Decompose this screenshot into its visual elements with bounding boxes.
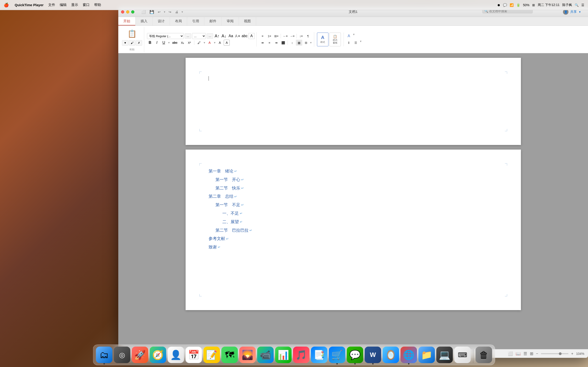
dock-word[interactable]: W (365, 347, 381, 363)
paste-dropdown[interactable]: ▼ (122, 40, 128, 46)
phonetics-btn[interactable]: abc (242, 33, 248, 39)
shading-btn[interactable]: ▦ (296, 40, 302, 46)
app-name[interactable]: QuickTime Player (12, 2, 46, 8)
font-name-select[interactable]: 等线 Regular (... (147, 33, 184, 39)
dock-notes[interactable]: 📝 (204, 347, 220, 363)
eraser-btn[interactable]: ✗ (136, 40, 142, 46)
maximize-button[interactable] (131, 10, 134, 14)
font-grow-btn[interactable]: A↑ (214, 33, 220, 39)
dock-appstore[interactable]: 🛒 (329, 347, 346, 363)
page-1[interactable] (186, 58, 521, 145)
doc-line[interactable]: 第一节 开心↵ (208, 176, 498, 183)
clear-format-btn[interactable]: A (249, 33, 254, 39)
line-spacing-btn[interactable]: ↕ (289, 40, 295, 46)
tab-review[interactable]: 审阅 (222, 17, 239, 25)
menu-edit[interactable]: 编辑 (57, 2, 69, 8)
justify-btn[interactable]: ⬛ (280, 40, 286, 46)
chevron-down-icon[interactable]: ▼ (579, 10, 581, 13)
align-right-btn[interactable]: ➡ (273, 40, 279, 46)
align-justify-btn[interactable]: ☰ (353, 40, 359, 46)
bold-btn[interactable]: B (147, 40, 153, 46)
multilevel-btn[interactable]: ⊞≡ (273, 33, 279, 39)
dock-screen[interactable]: 💻 (436, 347, 453, 363)
format-painter-btn[interactable]: 🖌 (129, 40, 135, 46)
change-case-btn[interactable]: Aa (228, 33, 234, 39)
outline-view-btn[interactable]: ☰ (523, 351, 527, 356)
strikethrough-btn[interactable]: abc (171, 40, 179, 46)
dock-launchpad[interactable]: 🚀 (132, 347, 148, 363)
doc-line[interactable]: 参考文献↵ (208, 235, 498, 242)
tab-mail[interactable]: 邮件 (204, 17, 222, 25)
doc-line[interactable]: 第一章 绪论↵ (208, 168, 498, 175)
show-para-btn[interactable]: ¶ (305, 33, 311, 39)
dock-keynote[interactable]: 📑 (311, 347, 328, 363)
zoom-in-btn[interactable]: + (571, 352, 573, 356)
paste-button[interactable]: 📋 (126, 28, 138, 40)
read-view-btn[interactable]: 📖 (516, 351, 521, 356)
underline-btn[interactable]: U (161, 40, 167, 46)
doc-line[interactable]: 第二节 快乐↵ (208, 185, 498, 192)
dock-numbers[interactable]: 📊 (275, 347, 292, 363)
tab-start[interactable]: 开始 (118, 17, 136, 25)
grid-icon[interactable]: ⊞ (532, 3, 535, 7)
dock-mirror[interactable]: 🪞 (383, 347, 399, 363)
menu-file[interactable]: 文件 (46, 2, 57, 8)
tab-design[interactable]: 设计 (153, 17, 170, 25)
align-center-btn[interactable]: ≡ (266, 40, 273, 46)
doc-line[interactable]: 二、展望↵ (208, 219, 498, 225)
dock-trash[interactable]: 🗑 (476, 347, 492, 363)
subscript-btn[interactable]: X₂ (179, 40, 185, 46)
doc-line[interactable]: 致谢↵ (208, 244, 498, 250)
document-area[interactable]: 第一章 绪论↵第一节 开心↵第二节 快乐↵第二章 总结↵第一节 不足↵一、不足↵… (118, 53, 588, 349)
menu-window[interactable]: 窗口 (80, 2, 92, 8)
menu-view[interactable]: 显示 (69, 2, 80, 8)
font-shrink-btn[interactable]: A↓ (221, 33, 227, 39)
close-button[interactable] (121, 10, 124, 14)
search-icon[interactable]: 🔍 (575, 3, 579, 7)
dock-safari[interactable]: 🧭 (150, 347, 166, 363)
wifi-icon[interactable]: 📶 (510, 3, 514, 7)
decrease-indent-btn[interactable]: ←≡ (282, 33, 288, 39)
format-color-btn[interactable]: A (346, 33, 352, 39)
tab-view[interactable]: 视图 (239, 17, 256, 25)
dock-calendar[interactable]: 📅 (186, 347, 202, 363)
user-name[interactable]: 陈子枫 (562, 3, 572, 7)
dock-wechat[interactable]: 💬 (347, 347, 363, 363)
italic-btn[interactable]: I (154, 40, 160, 46)
tab-layout[interactable]: 布局 (170, 17, 187, 25)
apple-menu[interactable]: 🍎 (4, 2, 9, 8)
doc-line[interactable]: 一、不足↵ (208, 210, 498, 217)
para-spacing-btn[interactable]: ⇕ (346, 40, 352, 46)
dock-maps[interactable]: 🗺 (221, 347, 238, 363)
zoom-slider[interactable] (541, 353, 569, 354)
normal-view-btn[interactable]: ⬜ (508, 351, 513, 356)
font-name-more[interactable]: … (185, 33, 191, 39)
highlight-btn[interactable]: 🖊 (196, 40, 202, 46)
border-btn[interactable]: A (224, 40, 230, 46)
tab-insert[interactable]: 插入 (136, 17, 153, 25)
font-size-more[interactable]: … (207, 33, 213, 39)
align-left-btn[interactable]: ⬅ (259, 40, 266, 46)
dock-facetime[interactable]: 📹 (257, 347, 274, 363)
font-size-select[interactable]: ... (192, 33, 206, 39)
sort-btn[interactable]: ↕≡ (298, 33, 304, 39)
borders-btn[interactable]: ⊞ (303, 40, 309, 46)
dock-siri[interactable]: ◎ (114, 347, 130, 363)
dock-keyboard[interactable]: ⌨ (454, 347, 471, 363)
zoom-out-btn[interactable]: − (536, 352, 538, 356)
numbering-btn[interactable]: 1≡ (266, 33, 273, 39)
share-label[interactable]: 共享 (570, 10, 577, 14)
doc-line[interactable]: 第二节 巴拉巴拉↵ (208, 227, 498, 234)
text-effects-btn[interactable]: A✦ (235, 33, 241, 39)
bullets-btn[interactable]: ≡ (259, 33, 266, 39)
superscript-btn[interactable]: X² (186, 40, 192, 46)
text-color-btn[interactable]: A (207, 40, 212, 46)
minimize-button[interactable] (126, 10, 129, 14)
styles-btn[interactable]: A 样式 (317, 33, 329, 46)
document-content[interactable]: 第一章 绪论↵第一节 开心↵第二节 快乐↵第二章 总结↵第一节 不足↵一、不足↵… (208, 168, 498, 250)
control-center-icon[interactable]: ☰ (581, 3, 584, 7)
doc-line[interactable]: 第一节 不足↵ (208, 202, 498, 208)
char-shading-btn[interactable]: A (217, 40, 223, 46)
dock-music[interactable]: 🎵 (293, 347, 310, 363)
dock-photos[interactable]: 🌄 (239, 347, 256, 363)
